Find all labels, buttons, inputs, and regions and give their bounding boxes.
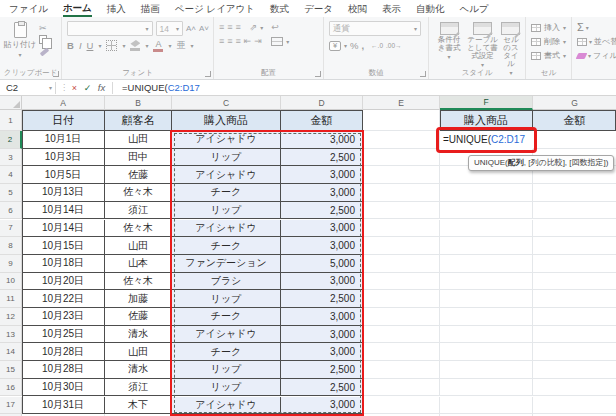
table-cell[interactable]: 10月25日 <box>22 326 105 344</box>
table-cell[interactable]: アイシャドウ <box>172 220 281 238</box>
cell[interactable] <box>533 361 616 379</box>
cell[interactable] <box>440 220 533 238</box>
format-cells-button[interactable]: 書式▾ <box>531 49 566 62</box>
cell[interactable] <box>363 202 440 220</box>
ribbon-tab-0[interactable]: ファイル <box>9 2 48 15</box>
table-cell[interactable]: 10月1日 <box>22 131 105 149</box>
clipboard-dialog-launcher[interactable] <box>53 71 59 77</box>
row-header-14[interactable]: 14 <box>0 343 22 361</box>
row-header-12[interactable]: 12 <box>0 308 22 326</box>
align-left-button[interactable]: ≡ <box>219 37 224 46</box>
table-cell[interactable]: 加藤 <box>105 290 172 308</box>
table-cell[interactable]: 10月3日 <box>22 149 105 167</box>
enter-formula-button[interactable]: ✓ <box>81 83 94 93</box>
row-header-3[interactable]: 3 <box>0 149 22 167</box>
table-cell[interactable]: 10月28日 <box>22 343 105 361</box>
row-header-16[interactable]: 16 <box>0 379 22 397</box>
cell[interactable] <box>363 361 440 379</box>
table-cell[interactable]: 2,500 <box>281 290 363 308</box>
table-cell[interactable]: 2,500 <box>281 202 363 220</box>
table-cell[interactable]: 山田 <box>105 131 172 149</box>
bold-button[interactable]: B <box>67 40 74 51</box>
table-cell[interactable]: 2,500 <box>281 149 363 167</box>
cell[interactable] <box>363 149 440 167</box>
number-format-combo[interactable]: 通貨 ▾ <box>329 21 421 36</box>
cell[interactable] <box>533 255 616 273</box>
alignment-dialog-launcher[interactable] <box>315 71 321 77</box>
ribbon-tab-7[interactable]: 校閲 <box>348 2 367 15</box>
cell[interactable] <box>440 308 533 326</box>
table-cell[interactable]: 5,000 <box>281 255 363 273</box>
select-all-corner[interactable] <box>0 96 22 110</box>
editing-cell-f2[interactable]: =UNIQUE(C2:D17 <box>440 131 533 149</box>
table-cell[interactable]: アイシャドウ <box>172 166 281 184</box>
accounting-format-button[interactable]: ¥ <box>329 41 341 51</box>
column-header-B[interactable]: B <box>105 96 172 110</box>
table-cell[interactable]: チーク <box>172 184 281 202</box>
row-header-11[interactable]: 11 <box>0 290 22 308</box>
table-cell[interactable]: 山田 <box>105 237 172 255</box>
ribbon-tab-6[interactable]: データ <box>304 2 333 15</box>
table-cell[interactable]: 佐々木 <box>105 220 172 238</box>
cell[interactable] <box>440 361 533 379</box>
conditional-formatting-button[interactable]: 条件付き書式 ▾ <box>434 21 464 60</box>
table-cell[interactable]: アイシャドウ <box>172 397 281 415</box>
font-size-combo[interactable]: 14 ▾ <box>156 21 183 36</box>
table-cell[interactable]: 3,000 <box>281 308 363 326</box>
font-color-button[interactable]: A <box>153 40 163 52</box>
table-header-cell[interactable]: 日付 <box>22 110 105 131</box>
table-cell[interactable]: 2,500 <box>281 379 363 397</box>
row-header-7[interactable]: 7 <box>0 220 22 238</box>
column-header-F[interactable]: F <box>440 96 533 110</box>
table-cell[interactable]: 10月28日 <box>22 361 105 379</box>
format-as-table-button[interactable]: テーブルとして書式設定 ▾ <box>466 21 499 68</box>
cell[interactable] <box>533 273 616 291</box>
increase-indent-button[interactable]: ⇥ <box>254 37 262 46</box>
cell[interactable] <box>533 308 616 326</box>
align-center-button[interactable]: ≡ <box>227 37 232 46</box>
column-header-E[interactable]: E <box>363 96 440 110</box>
column-header-D[interactable]: D <box>281 96 363 110</box>
grow-font-button[interactable]: A˄ <box>186 24 196 33</box>
cell[interactable] <box>533 184 616 202</box>
ribbon-tab-2[interactable]: 挿入 <box>107 2 126 15</box>
ribbon-tab-3[interactable]: 描画 <box>141 2 160 15</box>
table-cell[interactable]: 佐藤 <box>105 308 172 326</box>
increase-decimal-button[interactable]: ←.0 <box>371 42 383 49</box>
table-cell[interactable]: 3,000 <box>281 220 363 238</box>
table-cell[interactable]: 10月13日 <box>22 184 105 202</box>
table-cell[interactable]: チーク <box>172 237 281 255</box>
copy-button[interactable] <box>39 35 47 44</box>
table-header-cell[interactable]: 購入商品 <box>172 110 281 131</box>
cell[interactable] <box>440 184 533 202</box>
clear-button[interactable]: ▾ フィルター <box>577 49 616 62</box>
cell[interactable] <box>363 110 440 131</box>
italic-button[interactable]: I <box>79 40 82 51</box>
row-header-13[interactable]: 13 <box>0 326 22 344</box>
table-cell[interactable]: 10月31日 <box>22 397 105 415</box>
row-header-9[interactable]: 9 <box>0 255 22 273</box>
table-cell[interactable]: 須江 <box>105 202 172 220</box>
row-header-6[interactable]: 6 <box>0 202 22 220</box>
autosum-button[interactable]: Σ▾ <box>577 21 616 34</box>
ribbon-tab-10[interactable]: ヘルプ <box>460 2 489 15</box>
cell[interactable] <box>363 326 440 344</box>
table-cell[interactable]: 10月14日 <box>22 220 105 238</box>
cell[interactable] <box>363 379 440 397</box>
underline-button[interactable]: U <box>87 40 94 51</box>
ribbon-tab-9[interactable]: 自動化 <box>416 2 445 15</box>
cut-button[interactable]: ✂ <box>39 23 50 33</box>
table-cell[interactable]: 10月15日 <box>22 237 105 255</box>
insert-function-button[interactable]: fx <box>94 82 109 93</box>
table-cell[interactable]: 山田 <box>105 343 172 361</box>
table-cell[interactable]: 3,000 <box>281 343 363 361</box>
table-cell[interactable]: 須江 <box>105 379 172 397</box>
decrease-indent-button[interactable]: ⇤ <box>244 37 252 46</box>
cell[interactable] <box>363 397 440 415</box>
table-cell[interactable]: 木下 <box>105 397 172 415</box>
result-header-cell[interactable]: 金額 <box>533 110 616 131</box>
cell[interactable] <box>363 273 440 291</box>
cell[interactable] <box>363 220 440 238</box>
paste-button[interactable]: 貼り付け ▾ <box>5 21 35 58</box>
wrap-text-button[interactable]: ↩ <box>271 23 289 32</box>
